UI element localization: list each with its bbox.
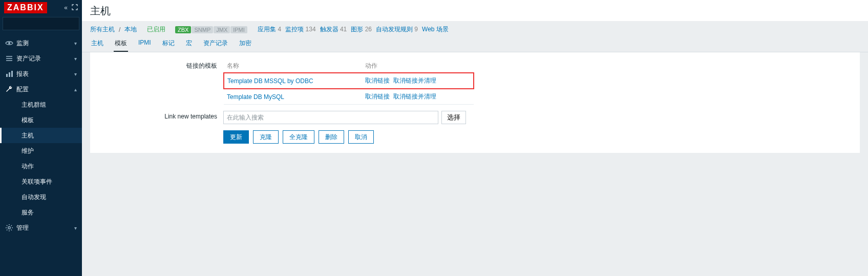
breadcrumb-local[interactable]: 本地 bbox=[124, 25, 137, 34]
sidebar-item-inventory[interactable]: 资产记录 ▾ bbox=[0, 51, 82, 66]
nav-sub-label: 服务 bbox=[22, 208, 34, 217]
tab-ipmi[interactable]: IPMI bbox=[137, 36, 152, 52]
link-apps[interactable]: 应用集 bbox=[258, 26, 276, 33]
content: 主机 所有主机 / 本地 已启用 ZBXSNMPJMXIPMI 应用集 4 监控… bbox=[82, 0, 868, 276]
template-link[interactable]: Template DB MySQL bbox=[227, 93, 284, 101]
sidebar-top: ZABBIX « bbox=[0, 0, 82, 15]
sidebar-item-templates[interactable]: 模板 bbox=[0, 112, 82, 128]
tag-snmp: SNMP bbox=[192, 26, 213, 33]
chart-icon bbox=[5, 70, 16, 78]
status-enabled: 已启用 bbox=[147, 25, 165, 34]
tag-zbx: ZBX bbox=[175, 26, 191, 33]
full-clone-button[interactable]: 全克隆 bbox=[283, 130, 314, 144]
nav-sub-label: 模板 bbox=[22, 116, 34, 125]
select-button[interactable]: 选择 bbox=[441, 111, 466, 124]
triggers-count: 41 bbox=[340, 26, 347, 33]
link-new-placeholder: 在此输入搜索 bbox=[227, 113, 264, 122]
link-items[interactable]: 监控项 bbox=[285, 26, 304, 33]
page-header: 主机 bbox=[82, 0, 868, 21]
nav-sub-label: 主机群组 bbox=[22, 101, 46, 109]
linked-templates-label: 链接的模板 bbox=[90, 60, 223, 70]
eye-icon bbox=[5, 39, 16, 47]
unlink-clear-link[interactable]: 取消链接并清理 bbox=[393, 77, 436, 84]
tab-macros[interactable]: 宏 bbox=[185, 36, 193, 52]
chevron-up-icon: ▴ bbox=[74, 87, 77, 92]
cancel-button[interactable]: 取消 bbox=[348, 130, 374, 144]
nav-label: 监测 bbox=[16, 39, 29, 48]
wrench-icon bbox=[5, 85, 16, 93]
svg-point-2 bbox=[8, 42, 10, 44]
template-link[interactable]: Template DB MSSQL by ODBC bbox=[227, 77, 313, 85]
nav-sub-label: 动作 bbox=[22, 162, 34, 171]
chevron-down-icon: ▾ bbox=[74, 71, 77, 77]
sidebar-item-reports[interactable]: 报表 ▾ bbox=[0, 66, 82, 82]
update-button[interactable]: 更新 bbox=[223, 130, 249, 144]
sidebar-item-actions[interactable]: 动作 bbox=[0, 159, 82, 174]
sidebar-item-discovery[interactable]: 自动发现 bbox=[0, 189, 82, 205]
sidebar-search[interactable] bbox=[3, 17, 79, 30]
search-input[interactable] bbox=[3, 20, 86, 27]
nav-label: 资产记录 bbox=[16, 54, 41, 63]
gear-icon bbox=[5, 224, 16, 232]
apps-count: 4 bbox=[278, 26, 282, 33]
clone-button[interactable]: 克隆 bbox=[253, 130, 279, 144]
graphs-count: 26 bbox=[365, 26, 372, 33]
svg-rect-3 bbox=[6, 74, 8, 77]
infobar: 所有主机 / 本地 已启用 ZBXSNMPJMXIPMI 应用集 4 监控项 1… bbox=[82, 21, 868, 36]
sidebar-item-admin[interactable]: 管理 ▾ bbox=[0, 220, 82, 235]
page-title: 主机 bbox=[90, 4, 860, 18]
items-count: 134 bbox=[306, 26, 316, 33]
tabs: 主机 模板 IPMI 标记 宏 资产记录 加密 bbox=[82, 36, 868, 52]
link-triggers[interactable]: 触发器 bbox=[320, 26, 338, 33]
unlink-link[interactable]: 取消链接 bbox=[365, 77, 390, 84]
svg-rect-4 bbox=[9, 72, 10, 77]
sidebar-item-maintenance[interactable]: 维护 bbox=[0, 143, 82, 159]
link-graphs[interactable]: 图形 bbox=[351, 26, 363, 33]
delete-button[interactable]: 删除 bbox=[319, 130, 344, 144]
tab-templates[interactable]: 模板 bbox=[114, 36, 128, 52]
tab-inventory[interactable]: 资产记录 bbox=[202, 36, 229, 52]
nav-sub-label: 主机 bbox=[22, 131, 34, 140]
breadcrumb-sep: / bbox=[119, 26, 120, 33]
nav-label: 配置 bbox=[16, 85, 29, 94]
sidebar-item-hosts[interactable]: 主机 bbox=[0, 128, 82, 143]
link-new-label: Link new templates bbox=[90, 111, 223, 120]
sidebar-item-hostgroups[interactable]: 主机群组 bbox=[0, 97, 82, 112]
unlink-link[interactable]: 取消链接 bbox=[365, 93, 390, 100]
discovery-count: 9 bbox=[414, 26, 418, 33]
breadcrumb-all-hosts[interactable]: 所有主机 bbox=[90, 25, 115, 34]
sidebar: ZABBIX « 监测 ▾ bbox=[0, 0, 82, 276]
nav-sub-label: 自动发现 bbox=[22, 193, 46, 202]
nav-sub-label: 关联项事件 bbox=[22, 178, 52, 186]
link-web[interactable]: Web 场景 bbox=[422, 26, 449, 33]
logo: ZABBIX bbox=[4, 2, 47, 13]
link-discovery[interactable]: 自动发现规则 bbox=[376, 26, 413, 33]
nav-label: 报表 bbox=[16, 70, 29, 78]
chevron-down-icon: ▾ bbox=[74, 41, 77, 46]
table-row: Template DB MySQL 取消链接 取消链接并清理 bbox=[224, 89, 474, 105]
list-icon bbox=[5, 54, 16, 63]
chevron-down-icon: ▾ bbox=[74, 56, 77, 62]
link-new-input[interactable]: 在此输入搜索 bbox=[223, 111, 438, 124]
th-name: 名称 bbox=[224, 60, 362, 73]
svg-rect-5 bbox=[11, 71, 13, 77]
th-action: 动作 bbox=[362, 60, 474, 73]
linked-templates-table: 名称 动作 Template DB MSSQL by ODBC 取消链接 取消链… bbox=[223, 60, 474, 105]
nav-sub-label: 维护 bbox=[22, 147, 34, 155]
svg-point-6 bbox=[8, 227, 10, 229]
form-area: 链接的模板 名称 动作 Template DB MSSQL by ODBC bbox=[90, 52, 860, 153]
tag-ipmi: IPMI bbox=[230, 26, 247, 33]
sidebar-item-monitor[interactable]: 监测 ▾ bbox=[0, 35, 82, 51]
tab-host[interactable]: 主机 bbox=[90, 36, 104, 52]
collapse-icon[interactable]: « bbox=[64, 4, 68, 11]
tab-encryption[interactable]: 加密 bbox=[238, 36, 252, 52]
sidebar-item-correlation[interactable]: 关联项事件 bbox=[0, 174, 82, 189]
tag-jmx: JMX bbox=[214, 26, 230, 33]
nav-label: 管理 bbox=[16, 224, 29, 232]
sidebar-item-services[interactable]: 服务 bbox=[0, 205, 82, 220]
sidebar-item-config[interactable]: 配置 ▴ bbox=[0, 82, 82, 97]
fullscreen-icon[interactable] bbox=[72, 4, 78, 11]
chevron-down-icon: ▾ bbox=[74, 225, 77, 231]
unlink-clear-link[interactable]: 取消链接并清理 bbox=[393, 93, 436, 100]
tab-tags[interactable]: 标记 bbox=[161, 36, 176, 52]
